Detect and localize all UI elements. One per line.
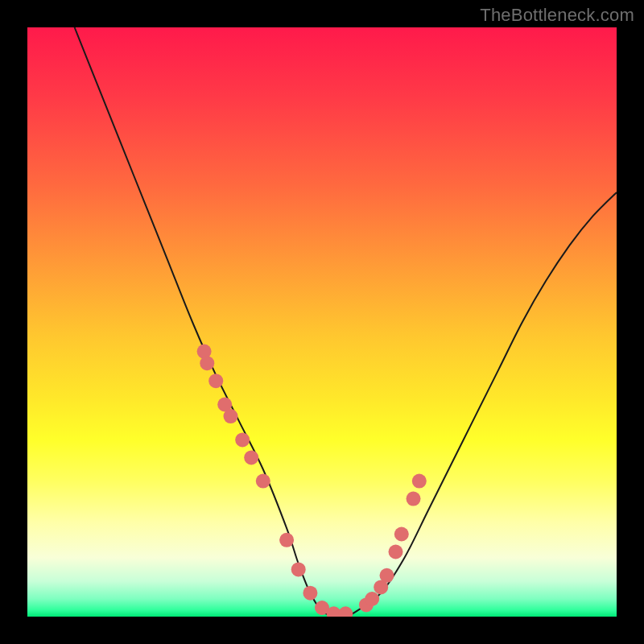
highlight-marker [394,527,409,542]
highlight-marker [338,606,353,617]
highlight-marker [224,409,238,423]
highlight-marker [208,374,223,388]
highlight-marker [235,432,250,447]
chart-frame: TheBottleneck.com [0,0,644,644]
highlight-marker [244,450,258,464]
highlight-markers [197,345,427,617]
highlight-marker [407,492,421,506]
bottleneck-curve [75,27,617,617]
plot-area [27,27,617,617]
curve-svg [27,27,617,617]
highlight-marker [303,586,317,601]
highlight-marker [389,545,403,559]
highlight-marker [412,474,427,489]
highlight-marker [365,592,379,606]
highlight-marker [200,356,214,370]
highlight-marker [279,533,294,547]
highlight-marker [380,568,394,583]
highlight-marker [256,474,270,489]
highlight-marker [291,562,306,576]
watermark-text: TheBottleneck.com [480,5,634,26]
